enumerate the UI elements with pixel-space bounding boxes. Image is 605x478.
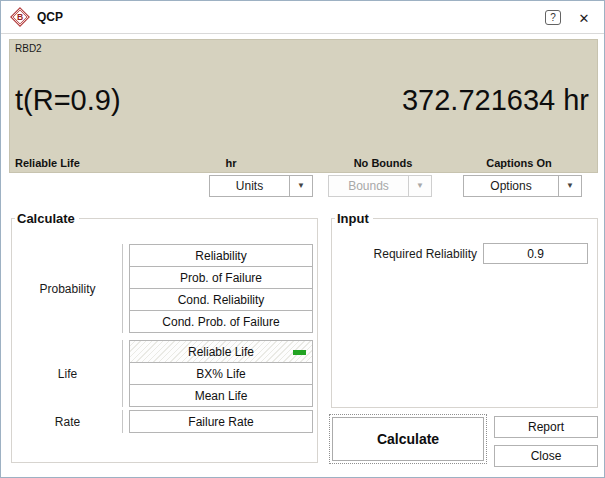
life-section: Life Reliable Life BX% Life Mean Life bbox=[13, 340, 313, 407]
probability-section: Probability Reliability Prob. of Failure… bbox=[13, 244, 313, 333]
metric-label: t(R=0.9) bbox=[15, 84, 121, 117]
captions-caption: Captions On bbox=[469, 157, 569, 169]
failure-rate-button[interactable]: Failure Rate bbox=[129, 410, 313, 433]
input-group-title: Input bbox=[335, 211, 373, 226]
close-icon[interactable]: ✕ bbox=[572, 6, 596, 30]
metric-caption: Reliable Life bbox=[15, 157, 80, 169]
reliable-life-button[interactable]: Reliable Life bbox=[129, 340, 313, 363]
calculate-groupbox: Calculate Probability Reliability Prob. … bbox=[11, 211, 318, 463]
options-button[interactable]: Options bbox=[463, 175, 559, 197]
reliability-button[interactable]: Reliability bbox=[129, 244, 313, 267]
required-reliability-label: Required Reliability bbox=[332, 244, 477, 264]
mean-life-button[interactable]: Mean Life bbox=[129, 384, 313, 407]
section-separator bbox=[122, 410, 123, 433]
titlebar: B QCP ? ✕ bbox=[1, 1, 604, 34]
svg-text:B: B bbox=[17, 12, 23, 22]
section-separator bbox=[122, 244, 123, 333]
required-reliability-input[interactable] bbox=[483, 243, 588, 264]
report-button[interactable]: Report bbox=[494, 416, 598, 438]
bounds-caption: No Bounds bbox=[333, 157, 433, 169]
bounds-button: Bounds bbox=[328, 175, 409, 197]
brand-logo-icon: B bbox=[10, 7, 30, 27]
selected-indicator bbox=[293, 350, 306, 355]
section-separator bbox=[122, 340, 123, 407]
bx-life-button[interactable]: BX% Life bbox=[129, 362, 313, 385]
input-groupbox: Input Required Reliability bbox=[331, 211, 598, 408]
cond-reliability-button[interactable]: Cond. Reliability bbox=[129, 288, 313, 311]
close-button[interactable]: Close bbox=[494, 445, 598, 467]
model-name: RBD2 bbox=[15, 43, 42, 54]
units-dropdown-icon[interactable]: ▼ bbox=[289, 175, 313, 197]
calculate-button[interactable]: Calculate bbox=[329, 414, 487, 464]
bounds-dropdown-icon: ▼ bbox=[408, 175, 432, 197]
result-value: 372.721634 hr bbox=[402, 84, 589, 117]
results-display: RBD2 t(R=0.9) 372.721634 hr Reliable Lif… bbox=[9, 39, 598, 173]
cond-prob-of-failure-button[interactable]: Cond. Prob. of Failure bbox=[129, 310, 313, 333]
rate-section: Rate Failure Rate bbox=[13, 410, 313, 433]
prob-of-failure-button[interactable]: Prob. of Failure bbox=[129, 266, 313, 289]
probability-section-label: Probability bbox=[13, 244, 122, 333]
rate-section-label: Rate bbox=[13, 410, 122, 433]
units-caption: hr bbox=[191, 157, 271, 169]
options-dropdown-icon[interactable]: ▼ bbox=[558, 175, 582, 197]
reliable-life-label: Reliable Life bbox=[188, 345, 254, 359]
window-title: QCP bbox=[37, 10, 63, 24]
units-button[interactable]: Units bbox=[209, 175, 290, 197]
calculate-group-title: Calculate bbox=[15, 211, 79, 226]
help-icon[interactable]: ? bbox=[545, 10, 561, 25]
qcp-window: B QCP ? ✕ RBD2 t(R=0.9) 372.721634 hr Re… bbox=[0, 0, 605, 478]
life-section-label: Life bbox=[13, 340, 122, 407]
